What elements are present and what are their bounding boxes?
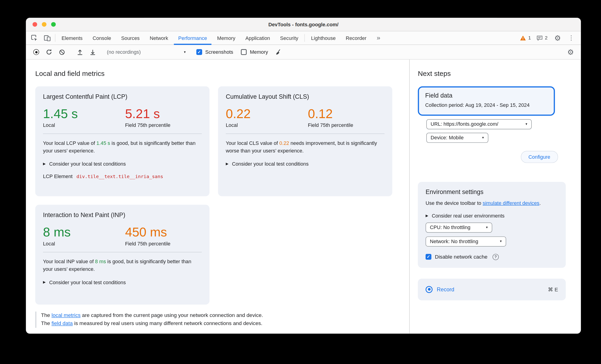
divider [43, 134, 202, 134]
text: are captured from the current page using… [80, 312, 263, 318]
reload-and-record-button[interactable] [43, 47, 55, 57]
cpu-throttling-select[interactable]: CPU: No throttling ▼ [426, 222, 492, 233]
simulate-devices-link[interactable]: simulate different devices [483, 200, 539, 206]
disable-cache-row: ✓ Disable network cache ? [426, 254, 558, 260]
text: Use the device toolbar to [426, 200, 483, 206]
save-profile-button[interactable] [87, 47, 99, 57]
lcp-element-row: LCP Element div.tile__text.tile__inria_s… [43, 173, 202, 179]
environment-settings-title: Environment settings [426, 188, 558, 195]
disclosure-triangle-icon: ▶ [43, 162, 46, 166]
device-toolbar-button[interactable] [41, 31, 54, 45]
url-select[interactable]: URL: https://fonts.google.com/ ▼ [426, 119, 531, 129]
tab-recorder[interactable]: Recorder [341, 31, 371, 45]
local-metrics-link[interactable]: local metrics [51, 312, 80, 318]
zoom-button[interactable] [51, 22, 56, 27]
inspect-element-button[interactable] [28, 31, 41, 45]
screenshots-toggle: ✓ Screenshots [196, 49, 233, 55]
tab-separator [304, 34, 305, 42]
devtools-tabbar: Elements Console Sources Network Perform… [26, 31, 581, 45]
device-select[interactable]: Device: Mobile ▼ [426, 133, 488, 143]
footer-line-1: The local metrics are captured from the … [41, 312, 400, 320]
memory-checkbox[interactable] [241, 49, 247, 55]
field-data-link[interactable]: field data [51, 320, 73, 326]
inp-local-label: Local [43, 241, 125, 246]
cls-inline-value: 0.22 [279, 140, 289, 146]
lcp-field-label: Field 75th percentile [125, 122, 170, 128]
lcp-description: Your local LCP value of 1.45 s is good, … [43, 139, 202, 155]
toolbar-separator [55, 34, 55, 42]
field-data-card: Field data Collection period: Aug 19, 20… [418, 86, 555, 116]
lcp-inline-value: 1.45 s [97, 140, 110, 146]
lcp-element-link[interactable]: div.tile__text.tile__inria_sans [76, 174, 163, 179]
record-shortcut: ⌘ E [548, 286, 558, 293]
cls-field-value: 0.12 [308, 106, 353, 121]
help-icon[interactable]: ? [492, 254, 499, 260]
text: The [41, 312, 51, 318]
cpu-select-value: CPU: No throttling [430, 225, 470, 230]
lcp-field-metric: 5.21 s Field 75th percentile [125, 106, 170, 128]
memory-toggle: Memory [241, 49, 268, 55]
capture-settings-button[interactable]: ⚙ [565, 47, 576, 57]
clear-recordings-button[interactable] [56, 47, 67, 57]
lcp-test-conditions-toggle[interactable]: ▶ Consider your local test conditions [43, 161, 202, 167]
tab-security[interactable]: Security [275, 31, 303, 45]
close-button[interactable] [32, 22, 37, 27]
issues-indicator[interactable]: 2 [536, 35, 548, 41]
text: . [539, 200, 541, 206]
inp-field-value: 450 ms [125, 225, 170, 240]
devtools-window: DevTools - fonts.google.com/ Elements Co… [26, 18, 581, 334]
network-throttling-select[interactable]: Network: No throttling ▼ [426, 236, 506, 246]
lcp-local-metric: 1.45 s Local [43, 106, 125, 128]
performance-toolbar: (no recordings) ▼ ✓ Screenshots Memory [26, 45, 581, 60]
next-steps-title: Next steps [418, 70, 581, 78]
tab-memory[interactable]: Memory [212, 31, 240, 45]
network-select-value: Network: No throttling [430, 238, 478, 244]
text: Your local CLS value of [226, 140, 279, 146]
device-select-value: Device: Mobile [431, 135, 464, 140]
tab-elements[interactable]: Elements [57, 31, 88, 45]
text: is measured by real users using many dif… [73, 320, 262, 326]
page-title: Local and field metrics [35, 70, 400, 78]
url-select-row: URL: https://fonts.google.com/ ▼ [426, 119, 581, 129]
cls-card: Cumulative Layout Shift (CLS) 0.22 Local… [218, 86, 392, 196]
tab-application[interactable]: Application [240, 31, 275, 45]
minimize-button[interactable] [42, 22, 46, 27]
record-performance-button[interactable] [31, 47, 42, 57]
tab-network[interactable]: Network [145, 31, 173, 45]
collect-garbage-button[interactable] [273, 47, 284, 57]
inp-test-conditions-toggle[interactable]: ▶ Consider your local test conditions [43, 279, 202, 285]
chevron-down-icon: ▼ [500, 240, 502, 243]
devtools-settings-button[interactable]: ⚙ [553, 34, 562, 41]
chevron-down-icon: ▼ [183, 50, 186, 54]
window-titlebar: DevTools - fonts.google.com/ [26, 18, 581, 31]
configure-button[interactable]: Configure [521, 151, 558, 163]
inp-inline-value: 8 ms [95, 259, 106, 264]
inp-description: Your local INP value of 8 ms is good, bu… [43, 258, 202, 274]
desktop: DevTools - fonts.google.com/ Elements Co… [0, 0, 601, 364]
recordings-select[interactable]: (no recordings) ▼ [105, 49, 189, 56]
screenshots-checkbox[interactable]: ✓ [196, 49, 202, 55]
load-profile-button[interactable] [74, 47, 86, 57]
more-tabs-button[interactable]: » [371, 31, 385, 45]
footer-line-2: The field data is measured by real users… [41, 320, 400, 328]
panel-content: Local and field metrics Largest Contentf… [26, 59, 581, 334]
real-user-environments-toggle[interactable]: ▶ Consider real user environments [426, 213, 558, 218]
inp-card: Interaction to Next Paint (INP) 8 ms Loc… [35, 205, 210, 305]
devtools-menu-button[interactable]: ⋮ [568, 35, 575, 41]
text: The [41, 320, 51, 326]
record-button[interactable]: Record [426, 286, 454, 293]
lcp-field-value: 5.21 s [125, 106, 170, 121]
warnings-indicator[interactable]: 1 [520, 35, 531, 41]
tab-sources[interactable]: Sources [116, 31, 145, 45]
lcp-test-conditions-label: Consider your local test conditions [49, 161, 126, 167]
chevron-down-icon: ▼ [481, 136, 484, 139]
tab-lighthouse[interactable]: Lighthouse [306, 31, 341, 45]
kebab-icon: ⋮ [568, 35, 574, 41]
memory-label: Memory [250, 49, 268, 55]
inp-local-metric: 8 ms Local [43, 225, 125, 246]
disable-cache-checkbox[interactable]: ✓ [426, 254, 431, 260]
tab-performance[interactable]: Performance [173, 31, 212, 45]
tab-console[interactable]: Console [88, 31, 116, 45]
cls-test-conditions-toggle[interactable]: ▶ Consider your local test conditions [226, 161, 384, 167]
check-icon: ✓ [198, 50, 201, 54]
